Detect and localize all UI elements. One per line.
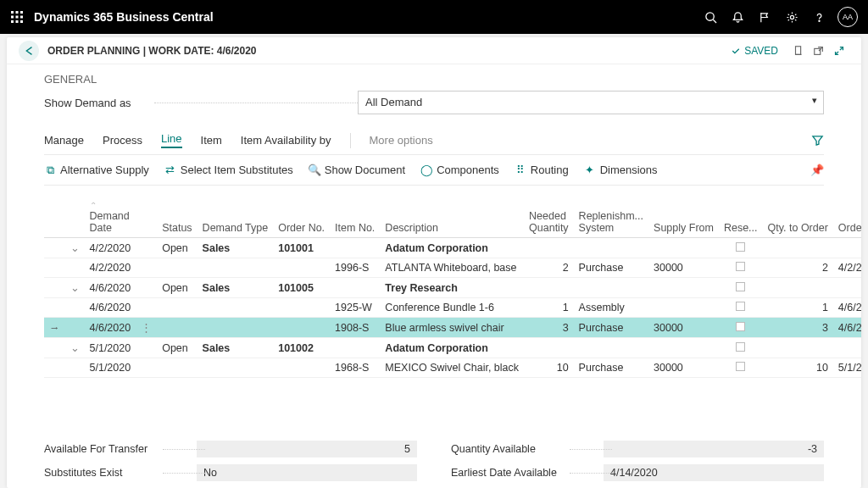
- table-row[interactable]: →4/6/2020⋮1908-SBlue armless swivel chai…: [44, 318, 861, 338]
- cell-repl-system: Purchase: [574, 358, 648, 378]
- app-launcher-icon[interactable]: [10, 10, 24, 24]
- send-icon[interactable]: [788, 41, 809, 61]
- expand-icon[interactable]: [65, 358, 85, 378]
- notifications-icon[interactable]: [724, 3, 751, 30]
- cell-description: MEXICO Swivel Chair, black: [380, 358, 524, 378]
- cell-qty-to-order: 2: [763, 258, 833, 278]
- menu-process[interactable]: Process: [103, 134, 142, 147]
- cell-order-date: 4/2/2020: [833, 258, 861, 278]
- col-order-no[interactable]: Order No.: [273, 197, 330, 238]
- row-actions-icon[interactable]: [136, 278, 157, 298]
- row-marker-icon: →: [44, 318, 65, 338]
- cell-order-date: [833, 278, 861, 298]
- cell-order-no: [273, 358, 330, 378]
- col-description[interactable]: Description: [380, 197, 524, 238]
- expand-icon[interactable]: [65, 318, 85, 338]
- cell-repl-system: [574, 238, 648, 258]
- table-row[interactable]: ⌄4/6/2020OpenSales101005Trey Research: [44, 278, 861, 298]
- cell-reserve[interactable]: [719, 278, 763, 298]
- cell-order-no: 101002: [273, 338, 330, 358]
- cell-item-no: 1925-W: [330, 298, 380, 318]
- expand-icon[interactable]: ⌄: [65, 238, 85, 258]
- col-demand-date[interactable]: ⌃DemandDate: [85, 197, 136, 238]
- action-select-substitutes[interactable]: ⇄Select Item Substitutes: [164, 164, 293, 176]
- action-routing[interactable]: ⠿Routing: [515, 164, 569, 176]
- cell-reserve[interactable]: [719, 318, 763, 338]
- row-actions-icon[interactable]: [136, 298, 157, 318]
- show-demand-select[interactable]: All Demand: [358, 91, 824, 114]
- collapse-icon[interactable]: [829, 41, 849, 61]
- cell-supply-from: [648, 298, 719, 318]
- col-order-date[interactable]: Order Date: [833, 197, 861, 238]
- table-row[interactable]: 4/6/20201925-WConference Bundle 1-61Asse…: [44, 298, 861, 318]
- col-repl-system[interactable]: Replenishm...System: [574, 197, 648, 238]
- table-row[interactable]: 5/1/20201968-SMEXICO Swivel Chair, black…: [44, 358, 861, 378]
- menu-item[interactable]: Item: [201, 134, 222, 147]
- row-actions-icon[interactable]: [136, 358, 157, 378]
- row-actions-icon[interactable]: ⋮: [136, 318, 157, 338]
- table-row[interactable]: 4/2/20201996-SATLANTA Whiteboard, base2P…: [44, 258, 861, 278]
- expand-icon[interactable]: [65, 298, 85, 318]
- settings-icon[interactable]: [778, 3, 805, 30]
- info-strip: Available For Transfer 5 Substitutes Exi…: [44, 434, 824, 488]
- row-actions-icon[interactable]: [136, 238, 157, 258]
- cell-repl-system: Purchase: [574, 318, 648, 338]
- cell-reserve[interactable]: [719, 258, 763, 278]
- cell-reserve[interactable]: [719, 358, 763, 378]
- menu-line[interactable]: Line: [161, 132, 182, 148]
- col-qty-to-order[interactable]: Qty. to Order: [763, 197, 833, 238]
- cell-reserve[interactable]: [719, 338, 763, 358]
- menu-availability[interactable]: Item Availability by: [241, 134, 331, 147]
- svg-point-9: [705, 12, 713, 19]
- expand-icon[interactable]: ⌄: [65, 338, 85, 358]
- cell-demand-type: [198, 258, 274, 278]
- expand-icon[interactable]: ⌄: [65, 278, 85, 298]
- filter-icon[interactable]: [811, 134, 824, 147]
- col-item-no[interactable]: Item No.: [330, 197, 380, 238]
- global-topbar: Dynamics 365 Business Central AA: [0, 0, 868, 34]
- action-components[interactable]: ◯Components: [420, 164, 499, 176]
- earliest-value: 4/14/2020: [604, 464, 824, 481]
- action-alternative-supply[interactable]: ⧉Alternative Supply: [44, 164, 149, 176]
- col-supply-from[interactable]: Supply From: [648, 197, 719, 238]
- pin-icon[interactable]: 📌: [810, 164, 824, 176]
- cell-status: Open: [157, 338, 197, 358]
- col-needed-qty[interactable]: NeededQuantity: [524, 197, 574, 238]
- cell-demand-type: [198, 318, 274, 338]
- substitutes-icon: ⇄: [164, 164, 176, 176]
- action-dimensions[interactable]: ✦Dimensions: [584, 164, 658, 176]
- row-marker-icon: [44, 238, 65, 258]
- cell-qty-to-order: 1: [763, 298, 833, 318]
- popout-icon[interactable]: [809, 41, 829, 61]
- table-row[interactable]: ⌄4/2/2020OpenSales101001Adatum Corporati…: [44, 238, 861, 258]
- menu-more[interactable]: More options: [370, 134, 433, 147]
- expand-icon[interactable]: [65, 258, 85, 278]
- menu-manage[interactable]: Manage: [44, 134, 84, 147]
- back-button[interactable]: [19, 41, 39, 61]
- cell-order-no: 101001: [273, 238, 330, 258]
- row-actions-icon[interactable]: [136, 258, 157, 278]
- earliest-label: Earliest Date Available: [451, 467, 604, 479]
- help-icon[interactable]: [805, 3, 832, 30]
- subs-exist-value: No: [197, 464, 417, 481]
- search-icon[interactable]: [697, 3, 724, 30]
- row-actions-icon[interactable]: [136, 338, 157, 358]
- cell-qty-to-order: [763, 338, 833, 358]
- cell-needed-qty: 1: [524, 298, 574, 318]
- cell-demand-type: Sales: [198, 238, 274, 258]
- col-status[interactable]: Status: [157, 197, 197, 238]
- table-row[interactable]: ⌄5/1/2020OpenSales101002Adatum Corporati…: [44, 338, 861, 358]
- cell-repl-system: [574, 338, 648, 358]
- cell-reserve[interactable]: [719, 238, 763, 258]
- cell-demand-type: [198, 358, 274, 378]
- col-demand-type[interactable]: Demand Type: [198, 197, 274, 238]
- col-reserve[interactable]: Rese...: [719, 197, 763, 238]
- tab-menubar: Manage Process Line Item Item Availabili…: [44, 126, 824, 155]
- action-show-document[interactable]: 🔍Show Document: [309, 164, 405, 176]
- row-marker-icon: [44, 358, 65, 378]
- flag-icon[interactable]: [751, 3, 778, 30]
- qty-avail-label: Quantity Available: [451, 443, 604, 455]
- cell-qty-to-order: 10: [763, 358, 833, 378]
- cell-reserve[interactable]: [719, 298, 763, 318]
- user-avatar[interactable]: AA: [837, 7, 858, 27]
